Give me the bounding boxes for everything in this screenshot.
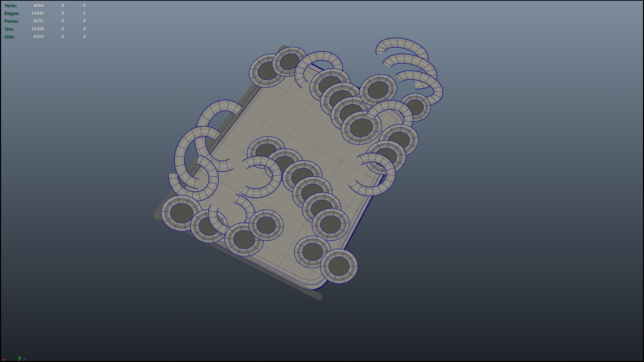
hud-tris-col3: 0	[64, 25, 86, 33]
hud-uvs-col3: 0	[64, 33, 86, 41]
poly-count-hud: Verts: 6250 0 0 Edges: 12445 0 0 Faces: …	[4, 2, 86, 41]
axis-y-label: y	[18, 355, 21, 361]
hud-edges-value: 12445	[28, 9, 44, 17]
hud-uvs-value: 6322	[28, 33, 44, 41]
hud-faces-col2: 0	[44, 17, 64, 25]
wireframe-model-scene[interactable]	[1, 1, 643, 361]
hud-edges-col3: 0	[64, 9, 86, 17]
hud-faces-label: Faces:	[4, 17, 28, 25]
hud-tris-label: Tris:	[4, 25, 28, 33]
hud-faces-col3: 0	[64, 17, 86, 25]
hud-tris-col2: 0	[44, 25, 64, 33]
hud-tris-value: 12428	[28, 25, 44, 33]
hud-uvs-col2: 0	[44, 33, 64, 41]
hud-edges-col2: 0	[44, 9, 64, 17]
hud-verts-value: 6250	[28, 2, 44, 9]
hud-edges-label: Edges:	[4, 9, 28, 17]
hud-faces-value: 6231	[28, 17, 44, 25]
hud-uvs-label: UVs:	[4, 33, 28, 41]
axis-x-icon	[4, 359, 5, 360]
axis-x-icon	[2, 359, 3, 360]
axis-z-label: z	[23, 357, 26, 361]
hud-verts-col3: 0	[64, 2, 86, 9]
maya-3d-viewport[interactable]: Verts: 6250 0 0 Edges: 12445 0 0 Faces: …	[1, 1, 643, 361]
hud-verts-col2: 0	[44, 2, 64, 9]
hud-verts-label: Verts:	[4, 2, 28, 9]
